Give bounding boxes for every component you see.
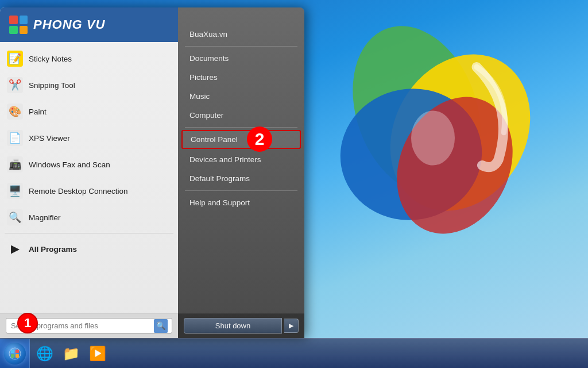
right-menu-documents[interactable]: Documents [178,49,304,68]
right-menu-divider-3 [185,190,297,191]
svg-point-5 [9,348,21,359]
start-menu: PHONG VU 📝 Sticky Notes ✂️ Snipping Tool… [0,7,304,338]
taskbar-icon-ie[interactable]: 🌐 [32,341,57,366]
menu-item-sticky-notes[interactable]: 📝 Sticky Notes [0,45,178,72]
snipping-tool-icon: ✂️ [7,77,23,93]
shutdown-area: Shut down ▶ [178,313,304,338]
start-button[interactable] [0,339,30,369]
taskbar-icons: 🌐 📁 ▶️ [30,341,110,366]
logo-sq-yellow [20,26,28,34]
xps-viewer-icon: 📄 [7,130,23,146]
menu-item-magnifier[interactable]: 🔍 Magnifier [0,204,178,231]
right-menu-devices[interactable]: Devices and Printers [178,150,304,169]
annotation-2: 2 [247,126,272,152]
menu-item-paint[interactable]: 🎨 Paint [0,98,178,125]
logo-sq-blue [20,16,28,24]
magnifier-icon: 🔍 [7,209,23,225]
svg-rect-7 [16,350,19,353]
shutdown-arrow-button[interactable]: ▶ [284,319,299,333]
svg-rect-9 [16,354,19,358]
right-menu-help[interactable]: Help and Support [178,193,304,212]
shutdown-button[interactable]: Shut down [184,318,282,334]
search-button[interactable]: 🔍 [154,319,168,333]
right-menu-music[interactable]: Music [178,87,304,106]
fax-icon: 📠 [7,156,23,172]
all-programs-icon: ▶ [7,241,23,257]
menu-item-xps-viewer[interactable]: 📄 XPS Viewer [0,125,178,151]
menu-item-snipping-tool[interactable]: ✂️ Snipping Tool [0,72,178,98]
right-menu-control-panel[interactable]: Control Panel [181,130,301,149]
right-menu-default-programs[interactable]: Default Programs [178,169,304,188]
start-orb [4,343,26,365]
right-menu-divider-1 [185,46,297,47]
remote-desktop-icon: 🖥️ [7,183,23,199]
logo-sq-green [9,26,18,34]
start-menu-left-panel: PHONG VU 📝 Sticky Notes ✂️ Snipping Tool… [0,7,178,338]
taskbar-icon-explorer[interactable]: 📁 [59,341,84,366]
all-programs-item[interactable]: ▶ All Programs [0,236,178,262]
windows-logo [324,23,542,253]
right-menu-divider-2 [185,127,297,128]
taskbar-icon-media[interactable]: ▶️ [85,341,110,366]
svg-point-4 [411,111,455,166]
menu-item-remote-desktop[interactable]: 🖥️ Remote Desktop Connection [0,178,178,204]
svg-rect-8 [11,354,14,358]
annotation-1: 1 [17,313,38,334]
logo-text: PHONG VU [33,17,105,32]
logo-icon [9,16,28,34]
sticky-notes-icon: 📝 [7,51,23,67]
logo-area: PHONG VU [0,7,178,42]
svg-rect-6 [11,350,14,353]
right-menu-computer[interactable]: Computer [178,106,304,125]
paint-icon: 🎨 [7,103,23,120]
menu-item-windows-fax[interactable]: 📠 Windows Fax and Scan [0,151,178,178]
right-menu-pictures[interactable]: Pictures [178,68,304,87]
start-menu-right-panel: BuaXua.vn Documents Pictures Music Compu… [178,7,304,338]
right-menu-buaxua[interactable]: BuaXua.vn [178,25,304,44]
logo-sq-red [9,16,18,24]
taskbar: 🌐 📁 ▶️ [0,338,588,368]
menu-items-list: 📝 Sticky Notes ✂️ Snipping Tool 🎨 Paint … [0,42,178,313]
menu-divider [5,233,173,233]
right-menu-items: BuaXua.vn Documents Pictures Music Compu… [178,7,304,313]
